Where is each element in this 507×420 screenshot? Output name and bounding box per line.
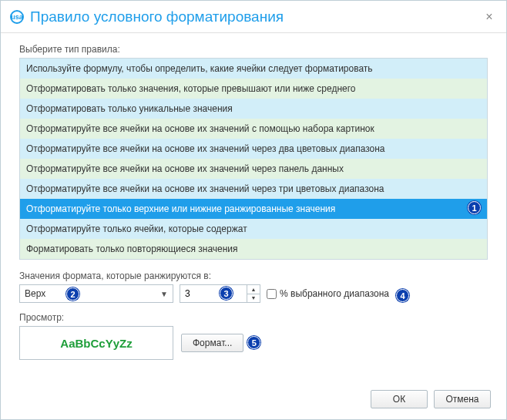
rule-item-label: Отформатируйте только верхние или нижние… bbox=[26, 203, 335, 214]
percent-checkbox[interactable] bbox=[267, 289, 277, 299]
conditional-format-dialog: usa Правило условного форматирования × В… bbox=[0, 0, 507, 420]
callout-2: 2 bbox=[66, 287, 79, 301]
rule-item-selected[interactable]: Отформатируйте только верхние или нижние… bbox=[20, 199, 487, 219]
callout-4: 4 bbox=[396, 289, 409, 302]
dialog-footer: ОК Отмена bbox=[1, 382, 506, 419]
callout-1: 1 bbox=[468, 201, 481, 214]
ok-button[interactable]: ОК bbox=[371, 390, 428, 408]
app-icon: usa bbox=[10, 10, 24, 24]
rule-item[interactable]: Отформатируйте все ячейки на основе их з… bbox=[20, 179, 487, 199]
percent-checkbox-wrap[interactable]: % выбранного диапазона 4 bbox=[267, 288, 405, 299]
rule-item[interactable]: Отформатируйте все ячейки на основе их з… bbox=[20, 139, 487, 159]
rule-type-label: Выберите тип правила: bbox=[19, 44, 488, 55]
format-button[interactable]: Формат... bbox=[181, 334, 243, 352]
titlebar: usa Правило условного форматирования × bbox=[1, 1, 506, 33]
chevron-down-icon: ▼ bbox=[160, 290, 168, 298]
rule-item[interactable]: Используйте формулу, чтобы определить, к… bbox=[20, 59, 487, 79]
rule-type-list[interactable]: Используйте формулу, чтобы определить, к… bbox=[19, 58, 488, 260]
rule-item[interactable]: Отформатируйте все ячейки на основе их з… bbox=[20, 119, 487, 139]
rank-section-label: Значения формата, которые ранжируются в: bbox=[19, 270, 488, 281]
direction-value: Верх bbox=[25, 288, 160, 299]
rule-item[interactable]: Отформатировать только значения, которые… bbox=[20, 79, 487, 99]
direction-combo[interactable]: Верх ▼ 2 bbox=[19, 284, 173, 303]
close-icon[interactable]: × bbox=[482, 10, 497, 24]
callout-5: 5 bbox=[247, 336, 260, 349]
rule-item[interactable]: Форматировать только повторяющиеся значе… bbox=[20, 239, 487, 259]
cancel-button[interactable]: Отмена bbox=[434, 390, 491, 408]
spin-down-icon[interactable]: ▼ bbox=[247, 294, 260, 303]
spin-up-icon[interactable]: ▲ bbox=[247, 285, 260, 294]
preview-label: Просмотр: bbox=[19, 312, 488, 323]
rank-count-spinner[interactable]: ▲ ▼ 3 bbox=[180, 284, 260, 303]
dialog-title: Правило условного форматирования bbox=[30, 8, 482, 25]
callout-3: 3 bbox=[220, 287, 233, 300]
rule-item[interactable]: Отформатировать только уникальные значен… bbox=[20, 99, 487, 119]
rule-item[interactable]: Отформатируйте все ячейки на основе их з… bbox=[20, 159, 487, 179]
preview-sample: AaBbCcYyZz bbox=[19, 326, 173, 360]
rule-item[interactable]: Отформатируйте только ячейки, которые со… bbox=[20, 219, 487, 239]
rank-count-input[interactable] bbox=[180, 284, 247, 303]
spinner-buttons[interactable]: ▲ ▼ bbox=[247, 284, 260, 303]
percent-label: % выбранного диапазона bbox=[280, 288, 389, 299]
